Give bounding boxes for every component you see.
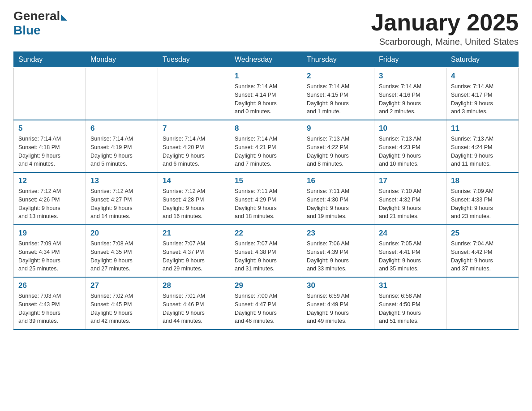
calendar-cell: 25Sunrise: 7:04 AM Sunset: 4:42 PM Dayli… bbox=[446, 225, 519, 277]
calendar-header-tuesday: Tuesday bbox=[158, 52, 230, 68]
calendar-cell bbox=[446, 277, 519, 330]
calendar-header-friday: Friday bbox=[374, 52, 446, 68]
calendar-week-row: 12Sunrise: 7:12 AM Sunset: 4:26 PM Dayli… bbox=[14, 172, 519, 225]
calendar-cell: 7Sunrise: 7:14 AM Sunset: 4:20 PM Daylig… bbox=[158, 120, 230, 172]
day-number: 11 bbox=[451, 124, 514, 133]
calendar-cell bbox=[86, 68, 158, 120]
page-header: General Blue January 2025 Scarborough, M… bbox=[13, 9, 519, 47]
logo: General Blue bbox=[13, 9, 67, 38]
calendar-header-monday: Monday bbox=[86, 52, 158, 68]
day-number: 2 bbox=[307, 72, 369, 81]
month-title: January 2025 bbox=[371, 9, 519, 36]
day-number: 19 bbox=[18, 229, 81, 238]
day-info: Sunrise: 7:06 AM Sunset: 4:39 PM Dayligh… bbox=[307, 240, 369, 273]
calendar-cell: 30Sunrise: 6:59 AM Sunset: 4:49 PM Dayli… bbox=[302, 277, 374, 330]
calendar-week-row: 5Sunrise: 7:14 AM Sunset: 4:18 PM Daylig… bbox=[14, 120, 519, 172]
calendar-cell bbox=[14, 68, 86, 120]
day-info: Sunrise: 7:11 AM Sunset: 4:29 PM Dayligh… bbox=[235, 187, 297, 221]
day-number: 22 bbox=[235, 229, 297, 238]
day-number: 29 bbox=[235, 281, 297, 290]
day-info: Sunrise: 7:09 AM Sunset: 4:33 PM Dayligh… bbox=[451, 187, 514, 221]
day-info: Sunrise: 7:14 AM Sunset: 4:19 PM Dayligh… bbox=[90, 135, 153, 168]
calendar-cell: 31Sunrise: 6:58 AM Sunset: 4:50 PM Dayli… bbox=[374, 277, 446, 330]
day-number: 18 bbox=[451, 176, 514, 185]
day-info: Sunrise: 7:14 AM Sunset: 4:21 PM Dayligh… bbox=[235, 135, 297, 168]
calendar-cell: 22Sunrise: 7:07 AM Sunset: 4:38 PM Dayli… bbox=[230, 225, 302, 277]
day-number: 5 bbox=[18, 124, 81, 133]
calendar-cell: 17Sunrise: 7:10 AM Sunset: 4:32 PM Dayli… bbox=[374, 172, 446, 225]
calendar-table: SundayMondayTuesdayWednesdayThursdayFrid… bbox=[13, 51, 519, 330]
day-info: Sunrise: 6:58 AM Sunset: 4:50 PM Dayligh… bbox=[379, 292, 442, 325]
day-number: 3 bbox=[379, 72, 442, 81]
day-info: Sunrise: 7:00 AM Sunset: 4:47 PM Dayligh… bbox=[235, 292, 297, 325]
logo-general-text: General bbox=[13, 9, 60, 23]
day-info: Sunrise: 7:10 AM Sunset: 4:32 PM Dayligh… bbox=[379, 187, 442, 221]
day-info: Sunrise: 7:03 AM Sunset: 4:43 PM Dayligh… bbox=[18, 292, 81, 325]
calendar-cell: 9Sunrise: 7:13 AM Sunset: 4:22 PM Daylig… bbox=[302, 120, 374, 172]
day-number: 12 bbox=[18, 176, 81, 185]
calendar-cell: 10Sunrise: 7:13 AM Sunset: 4:23 PM Dayli… bbox=[374, 120, 446, 172]
day-info: Sunrise: 7:13 AM Sunset: 4:22 PM Dayligh… bbox=[307, 135, 369, 168]
location-subtitle: Scarborough, Maine, United States bbox=[371, 37, 519, 47]
calendar-header-wednesday: Wednesday bbox=[230, 52, 302, 68]
calendar-cell: 2Sunrise: 7:14 AM Sunset: 4:15 PM Daylig… bbox=[302, 68, 374, 120]
calendar-cell: 11Sunrise: 7:13 AM Sunset: 4:24 PM Dayli… bbox=[446, 120, 519, 172]
calendar-header-sunday: Sunday bbox=[14, 52, 86, 68]
day-info: Sunrise: 7:09 AM Sunset: 4:34 PM Dayligh… bbox=[18, 240, 81, 273]
day-number: 16 bbox=[307, 176, 369, 185]
day-info: Sunrise: 7:14 AM Sunset: 4:15 PM Dayligh… bbox=[307, 82, 369, 116]
calendar-cell: 23Sunrise: 7:06 AM Sunset: 4:39 PM Dayli… bbox=[302, 225, 374, 277]
title-section: January 2025 Scarborough, Maine, United … bbox=[371, 9, 519, 47]
day-number: 17 bbox=[379, 176, 442, 185]
calendar-header-row: SundayMondayTuesdayWednesdayThursdayFrid… bbox=[14, 52, 519, 68]
calendar-week-row: 19Sunrise: 7:09 AM Sunset: 4:34 PM Dayli… bbox=[14, 225, 519, 277]
day-number: 13 bbox=[90, 176, 153, 185]
calendar-cell: 12Sunrise: 7:12 AM Sunset: 4:26 PM Dayli… bbox=[14, 172, 86, 225]
calendar-cell: 6Sunrise: 7:14 AM Sunset: 4:19 PM Daylig… bbox=[86, 120, 158, 172]
day-number: 7 bbox=[163, 124, 225, 133]
day-number: 27 bbox=[90, 281, 153, 290]
calendar-cell: 29Sunrise: 7:00 AM Sunset: 4:47 PM Dayli… bbox=[230, 277, 302, 330]
day-info: Sunrise: 7:14 AM Sunset: 4:14 PM Dayligh… bbox=[235, 82, 297, 116]
day-number: 4 bbox=[451, 72, 514, 81]
calendar-cell: 13Sunrise: 7:12 AM Sunset: 4:27 PM Dayli… bbox=[86, 172, 158, 225]
day-number: 26 bbox=[18, 281, 81, 290]
calendar-cell: 19Sunrise: 7:09 AM Sunset: 4:34 PM Dayli… bbox=[14, 225, 86, 277]
calendar-cell: 3Sunrise: 7:14 AM Sunset: 4:16 PM Daylig… bbox=[374, 68, 446, 120]
calendar-cell: 1Sunrise: 7:14 AM Sunset: 4:14 PM Daylig… bbox=[230, 68, 302, 120]
calendar-cell: 4Sunrise: 7:14 AM Sunset: 4:17 PM Daylig… bbox=[446, 68, 519, 120]
day-info: Sunrise: 7:14 AM Sunset: 4:20 PM Dayligh… bbox=[163, 135, 225, 168]
day-number: 25 bbox=[451, 229, 514, 238]
day-info: Sunrise: 7:12 AM Sunset: 4:26 PM Dayligh… bbox=[18, 187, 81, 221]
day-number: 15 bbox=[235, 176, 297, 185]
calendar-header-saturday: Saturday bbox=[446, 52, 519, 68]
calendar-cell: 24Sunrise: 7:05 AM Sunset: 4:41 PM Dayli… bbox=[374, 225, 446, 277]
day-number: 20 bbox=[90, 229, 153, 238]
day-number: 1 bbox=[235, 72, 297, 81]
calendar-cell: 15Sunrise: 7:11 AM Sunset: 4:29 PM Dayli… bbox=[230, 172, 302, 225]
calendar-cell: 8Sunrise: 7:14 AM Sunset: 4:21 PM Daylig… bbox=[230, 120, 302, 172]
day-number: 10 bbox=[379, 124, 442, 133]
calendar-cell: 5Sunrise: 7:14 AM Sunset: 4:18 PM Daylig… bbox=[14, 120, 86, 172]
calendar-cell: 14Sunrise: 7:12 AM Sunset: 4:28 PM Dayli… bbox=[158, 172, 230, 225]
day-info: Sunrise: 6:59 AM Sunset: 4:49 PM Dayligh… bbox=[307, 292, 369, 325]
day-number: 14 bbox=[163, 176, 225, 185]
day-info: Sunrise: 7:12 AM Sunset: 4:27 PM Dayligh… bbox=[90, 187, 153, 221]
day-info: Sunrise: 7:14 AM Sunset: 4:16 PM Dayligh… bbox=[379, 82, 442, 116]
day-info: Sunrise: 7:13 AM Sunset: 4:24 PM Dayligh… bbox=[451, 135, 514, 168]
calendar-cell: 28Sunrise: 7:01 AM Sunset: 4:46 PM Dayli… bbox=[158, 277, 230, 330]
day-info: Sunrise: 7:07 AM Sunset: 4:37 PM Dayligh… bbox=[163, 240, 225, 273]
logo-blue-text: Blue bbox=[13, 23, 41, 38]
calendar-cell: 26Sunrise: 7:03 AM Sunset: 4:43 PM Dayli… bbox=[14, 277, 86, 330]
calendar-header-thursday: Thursday bbox=[302, 52, 374, 68]
day-info: Sunrise: 7:11 AM Sunset: 4:30 PM Dayligh… bbox=[307, 187, 369, 221]
calendar-cell: 27Sunrise: 7:02 AM Sunset: 4:45 PM Dayli… bbox=[86, 277, 158, 330]
day-info: Sunrise: 7:14 AM Sunset: 4:17 PM Dayligh… bbox=[451, 82, 514, 116]
day-info: Sunrise: 7:07 AM Sunset: 4:38 PM Dayligh… bbox=[235, 240, 297, 273]
calendar-week-row: 26Sunrise: 7:03 AM Sunset: 4:43 PM Dayli… bbox=[14, 277, 519, 330]
day-number: 24 bbox=[379, 229, 442, 238]
day-info: Sunrise: 7:05 AM Sunset: 4:41 PM Dayligh… bbox=[379, 240, 442, 273]
day-number: 30 bbox=[307, 281, 369, 290]
day-info: Sunrise: 7:13 AM Sunset: 4:23 PM Dayligh… bbox=[379, 135, 442, 168]
day-info: Sunrise: 7:08 AM Sunset: 4:35 PM Dayligh… bbox=[90, 240, 153, 273]
